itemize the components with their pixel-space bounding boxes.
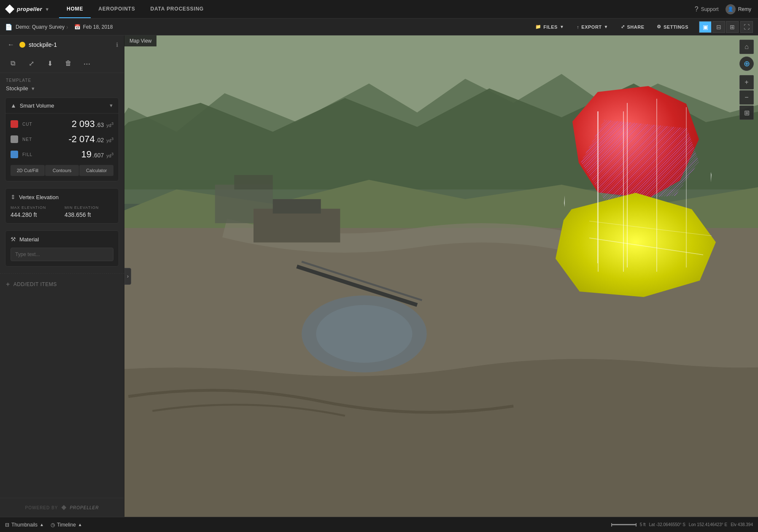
delete-button[interactable]: 🗑 <box>62 57 75 70</box>
home-map-button[interactable]: ⌂ <box>739 40 754 54</box>
panel-collapse-button[interactable]: › <box>124 268 131 285</box>
tab-data-processing[interactable]: DATA PROCESSING <box>143 0 211 18</box>
fill-label: FILL <box>22 152 38 157</box>
share-icon: ⤢ <box>621 24 625 30</box>
fullscreen-button[interactable]: ⛶ <box>740 21 753 33</box>
export-dropdown-icon: ▼ <box>604 24 608 29</box>
view-single-button[interactable]: ▣ <box>699 21 712 33</box>
cut-superscript: 3 <box>111 122 113 126</box>
share-action-button[interactable]: ⤢ <box>24 57 38 70</box>
compass-button[interactable]: ⊕ <box>739 57 754 71</box>
logo-dropdown-icon[interactable]: ▼ <box>45 7 49 12</box>
info-button[interactable]: ℹ <box>116 41 118 48</box>
thumbnails-icon: ⊟ <box>5 522 9 528</box>
contours-button[interactable]: Contours <box>45 165 79 176</box>
fill-main-num: 19 <box>81 149 92 160</box>
date-badge[interactable]: 📅 Feb 18, 2018 <box>74 24 113 30</box>
powered-by-label: POWERED BY <box>25 505 58 510</box>
settings-icon: ⚙ <box>657 24 661 30</box>
zoom-in-button[interactable]: + <box>739 75 754 89</box>
cut-value: 2 093 .63 yd3 <box>72 119 113 130</box>
max-elevation-value: 444.280 ft <box>11 211 59 218</box>
tab-aeropoints[interactable]: AEROPOINTS <box>91 0 143 18</box>
material-icon: ⚒ <box>11 236 16 243</box>
net-decimal: .02 <box>96 137 104 143</box>
tab-home[interactable]: HOME <box>59 0 91 18</box>
settings-label: SETTINGS <box>664 24 688 30</box>
footer-logo-icon <box>61 505 66 510</box>
footer-brand: propeller <box>70 505 99 510</box>
more-options-button[interactable]: ··· <box>80 57 94 70</box>
breadcrumb-site[interactable]: 📄 Demo: Quarry Survey <box>5 24 65 30</box>
stockpile-name: stockpile-1 <box>29 41 57 48</box>
svg-line-18 <box>589 221 712 236</box>
svg-rect-8 <box>273 199 321 213</box>
template-select[interactable]: Stockpile ▼ <box>6 85 118 92</box>
logo-icon <box>5 5 14 14</box>
bottom-bar: ⊟ Thumbnails ▲ ◷ Timeline ▲ 5 ft Lat -32… <box>0 517 758 532</box>
lat-display: Lat -32.0646550° S <box>649 522 685 527</box>
top-navigation: propeller ▼ HOME AEROPOINTS DATA PROCESS… <box>0 0 758 19</box>
material-input[interactable]: Type text... <box>11 248 113 261</box>
back-button[interactable]: ← <box>6 40 16 50</box>
site-icon: 📄 <box>5 24 12 30</box>
app-logo[interactable]: propeller ▼ <box>0 5 59 14</box>
calculator-button[interactable]: Calculator <box>79 165 113 176</box>
net-main-num: -2 074 <box>68 134 94 145</box>
view-split-button[interactable]: ⊟ <box>712 21 725 33</box>
fill-metric-row: FILL 19 .607 yd3 <box>11 149 113 160</box>
map-controls: ⊕ + − ⊞ <box>739 57 754 120</box>
support-link[interactable]: ? Support <box>695 5 719 13</box>
export-icon: ↑ <box>577 24 579 30</box>
thumbnails-arrow: ▲ <box>40 522 44 527</box>
map-area[interactable]: Map View <box>124 35 758 517</box>
net-value: -2 074 .02 yd3 <box>68 134 113 145</box>
files-button[interactable]: 📁 FILES ▼ <box>530 22 570 32</box>
net-label: NET <box>22 137 38 142</box>
calendar-icon: 📅 <box>74 24 81 30</box>
min-elevation-item: MIN ELEVATION 438.656 ft <box>65 205 113 218</box>
stockpile-3d-visualization <box>556 86 724 305</box>
files-label: FILES <box>543 24 558 30</box>
fill-color-box <box>11 151 18 158</box>
thumbnails-label: Thumbnails <box>11 522 38 528</box>
vertex-elevation-title: Vertex Elevation <box>19 194 59 200</box>
view-quad-button[interactable]: ⊞ <box>726 21 739 33</box>
support-label: Support <box>701 6 719 12</box>
survey-date: Feb 18, 2018 <box>83 24 113 30</box>
site-name: Demo: Quarry Survey <box>16 24 65 30</box>
layers-button[interactable]: ⊞ <box>739 105 754 120</box>
thumbnails-tab[interactable]: ⊟ Thumbnails ▲ <box>5 522 44 528</box>
zoom-out-button[interactable]: − <box>739 90 754 105</box>
max-elevation-item: MAX ELEVATION 444.280 ft <box>11 205 59 218</box>
user-menu[interactable]: 👤 Remy <box>726 4 751 14</box>
2d-cut-fill-button[interactable]: 2D Cut/Fill <box>11 165 45 176</box>
cut-main-num: 2 093 <box>72 119 95 130</box>
template-value: Stockpile <box>6 85 28 92</box>
cut-decimal: .63 <box>96 122 104 128</box>
left-panel: ← stockpile-1 ℹ ⧉ ⤢ ⬇ 🗑 ··· TEMPLATE Sto… <box>0 35 124 517</box>
cut-metric-row: CUT 2 093 .63 yd3 <box>11 119 113 130</box>
action-bar: ⧉ ⤢ ⬇ 🗑 ··· <box>0 54 124 73</box>
smart-volume-dropdown[interactable]: ▼ <box>109 103 113 108</box>
net-color-box <box>11 135 18 143</box>
timeline-label: Timeline <box>57 522 76 528</box>
main-content: ← stockpile-1 ℹ ⧉ ⤢ ⬇ 🗑 ··· TEMPLATE Sto… <box>0 35 758 517</box>
breadcrumb-bar: 📄 Demo: Quarry Survey › 📅 Feb 18, 2018 📁… <box>0 19 758 35</box>
bc-separator: › <box>66 24 68 30</box>
net-metric-row: NET -2 074 .02 yd3 <box>11 134 113 145</box>
share-button[interactable]: ⤢ SHARE <box>615 22 650 32</box>
export-button[interactable]: ↑ EXPORT ▼ <box>571 22 614 32</box>
user-name: Remy <box>738 6 751 12</box>
add-edit-items-button[interactable]: + ADD/EDIT ITEMS <box>0 273 124 295</box>
view-toggle-group: ▣ ⊟ ⊞ <box>699 21 739 33</box>
svg-rect-6 <box>234 175 272 189</box>
net-unit: yd3 <box>106 137 113 143</box>
svg-rect-7 <box>254 209 340 243</box>
timeline-tab[interactable]: ◷ Timeline ▲ <box>51 522 82 528</box>
fill-superscript: 3 <box>111 152 113 156</box>
material-header: ⚒ Material <box>11 236 113 243</box>
duplicate-button[interactable]: ⧉ <box>6 57 19 70</box>
settings-button[interactable]: ⚙ SETTINGS <box>651 22 694 32</box>
download-button[interactable]: ⬇ <box>43 57 57 70</box>
